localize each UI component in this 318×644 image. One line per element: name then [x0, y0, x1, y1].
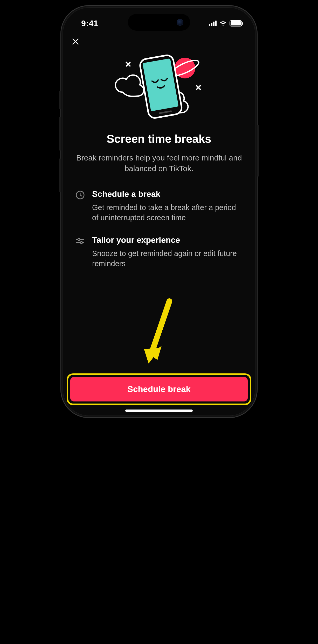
device-power-button [257, 125, 259, 177]
cellular-signal-icon [209, 21, 217, 26]
content: Screen time breaks Break reminders help … [63, 49, 255, 371]
dynamic-island [128, 14, 190, 31]
device-volume-down [59, 158, 61, 192]
schedule-break-button[interactable]: Schedule break [70, 377, 248, 401]
close-icon [72, 38, 79, 45]
sliders-icon [75, 236, 85, 246]
feature-schedule: Schedule a break Get reminded to take a … [71, 189, 247, 223]
front-camera [177, 19, 183, 26]
wifi-icon [219, 21, 227, 26]
close-button[interactable] [70, 36, 81, 47]
sleeping-phone-illustration [71, 52, 247, 125]
device-frame: 9:41 [60, 5, 258, 418]
annotation-highlight-box: Schedule break [67, 373, 251, 405]
clock-icon [75, 190, 85, 200]
feature-desc: Snooze to get reminded again or edit fut… [92, 249, 243, 269]
nav-bar [63, 34, 255, 49]
action-area: Schedule break [63, 371, 255, 415]
feature-text: Tailor your experience Snooze to get rem… [92, 235, 243, 269]
svg-point-7 [78, 238, 80, 240]
page-title: Screen time breaks [71, 132, 247, 145]
home-indicator[interactable] [125, 410, 193, 412]
device-volume-up [59, 117, 61, 151]
feature-title: Tailor your experience [92, 235, 243, 245]
feature-tailor: Tailor your experience Snooze to get rem… [71, 235, 247, 269]
feature-desc: Get reminded to take a break after a per… [92, 203, 243, 223]
status-time: 9:41 [81, 19, 98, 28]
status-icons [209, 20, 242, 26]
screen: 9:41 [63, 8, 255, 415]
svg-point-9 [80, 242, 82, 244]
feature-title: Schedule a break [92, 189, 243, 199]
device-side-button [59, 91, 61, 109]
page-subtitle: Break reminders help you feel more mindf… [71, 153, 247, 174]
feature-text: Schedule a break Get reminded to take a … [92, 189, 243, 223]
battery-icon [230, 20, 242, 26]
